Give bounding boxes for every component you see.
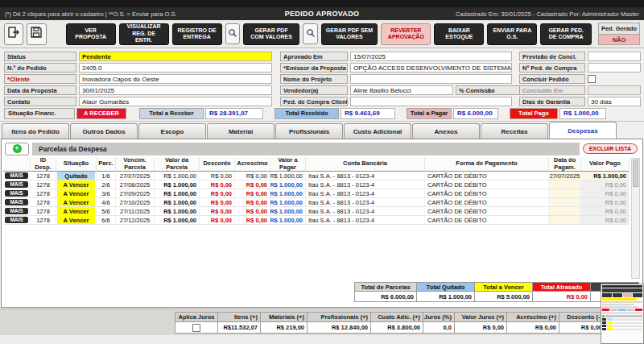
field-value[interactable]: [350, 97, 512, 106]
field-label: Ped. de Compra Cliente: [280, 97, 348, 106]
bottom-value-6[interactable]: R$ 0,00: [455, 322, 507, 334]
total-a-pagar-value[interactable]: R$ 6.000,00: [453, 108, 498, 119]
mais-button[interactable]: MAIS: [5, 172, 27, 180]
row-1-mais-cell: MAIS: [3, 180, 31, 189]
section-title: Parcelas da Despesa: [39, 145, 107, 153]
row-1-valor-pago: R$ 0,00: [581, 180, 630, 189]
tab-anexos[interactable]: Anexos: [412, 123, 480, 139]
form-row-middle-4: Ped. de Compra Cliente: [280, 97, 512, 106]
row-0-vencimento: 27/07/2025: [116, 172, 155, 180]
tab-escopo[interactable]: Escopo: [138, 123, 206, 139]
column-header: Data do Pagam.: [549, 157, 581, 172]
field-value[interactable]: [350, 74, 512, 84]
total-recebido-value[interactable]: R$ 9.463,69: [341, 108, 395, 119]
mais-button[interactable]: MAIS: [5, 208, 27, 215]
tab-receitas[interactable]: Receitas: [481, 123, 548, 139]
field-value[interactable]: 2405.0: [79, 63, 272, 73]
tab-itens-do-pedido[interactable]: Itens do Pedido: [2, 123, 69, 139]
row-4-data-pagamento[interactable]: [549, 207, 581, 216]
column-header: Parc.: [97, 157, 116, 172]
toolbar: VER PROPOSTA VISUALIZAR REG. DE ENTR. RE…: [0, 20, 644, 48]
row-4-conta-bancaria: Itaú S.A. - 8813 - 0123-4: [306, 207, 425, 216]
excluir-lista-button[interactable]: EXCLUIR LISTA: [583, 143, 638, 154]
registro-entrega-button[interactable]: REGISTRO DE ENTREGA: [172, 23, 222, 45]
add-parcela-button[interactable]: +: [5, 143, 29, 155]
form-row-middle-2: Nome do Projeto: [280, 74, 512, 84]
situacao-financ-label: Situação Financ.: [4, 108, 75, 119]
row-1-data-pagamento[interactable]: [549, 180, 581, 189]
bottom-value-1[interactable]: R$11.532,07: [218, 322, 261, 334]
form-row-left-3: Data da Proposta30/01/2025: [4, 85, 272, 95]
save-button[interactable]: [27, 23, 46, 45]
field-label: N.º do Pedido: [4, 63, 76, 73]
bottom-value-0: [175, 322, 218, 334]
bottom-value-5[interactable]: 0,0: [423, 322, 455, 334]
total-recebido-label: Total Recebido: [275, 108, 339, 119]
field-value[interactable]: [588, 63, 641, 73]
aplica-juros-checkbox[interactable]: [192, 324, 200, 332]
form-row-left-1: N.º do Pedido2405.0: [4, 63, 272, 73]
total-red-value: R$ 0,00: [533, 292, 591, 302]
field-value[interactable]: Aline Basilio Belucci: [350, 85, 453, 95]
row-2-data-pagamento[interactable]: [549, 189, 581, 198]
concluir-pedido-checkbox[interactable]: [588, 75, 596, 83]
preview-pdf-com-valores-button[interactable]: [225, 23, 240, 44]
hint-text: (*) Dê 2 cliques para abrir o cadastro |…: [5, 10, 177, 18]
exit-button[interactable]: [4, 23, 23, 45]
preview-pdf-sem-valores-button[interactable]: [303, 23, 317, 44]
field-value[interactable]: OPÇÃO ACCESS DESENVOLVIMENTO DE SISTEMAS: [350, 63, 512, 73]
total-a-receber-label: Total a Receber: [139, 108, 204, 119]
field-value[interactable]: [588, 52, 641, 61]
form-row-middle-1: *Emissor da PropostaOPÇÃO ACCESS DESENVO…: [280, 63, 512, 73]
field-value[interactable]: Alaor Gumarães: [79, 97, 272, 106]
bottom-header-profissionais-: Profissionais (+): [308, 312, 371, 322]
row-3-data-pagamento[interactable]: [549, 198, 581, 207]
field-value[interactable]: [588, 85, 641, 95]
column-header: Valor da Parcela: [155, 157, 200, 172]
gerar-ped-compra-button[interactable]: GERAR PED. DE COMPRA: [540, 23, 592, 45]
total-a-receber-value[interactable]: R$ 28.391,07: [205, 108, 263, 119]
field-value[interactable]: Pendente: [79, 52, 272, 61]
mais-button[interactable]: MAIS: [5, 217, 27, 224]
tab-custo-adicional[interactable]: Custo Adicional: [344, 123, 411, 139]
column-header: Situação: [56, 157, 97, 172]
field-value[interactable]: Inovadora Capos do Oeste: [79, 74, 272, 84]
tab-outros-dados[interactable]: Outros Dados: [70, 123, 138, 139]
row-0-data-pagamento[interactable]: 27/07/2025: [549, 172, 581, 180]
mais-button[interactable]: MAIS: [5, 190, 27, 197]
visualizar-reg-entr-button[interactable]: VISUALIZAR REG. DE ENTR.: [119, 23, 169, 45]
field-label: Nº Ped. de Compra: [519, 63, 585, 73]
row-4-valor-pagar: R$ 1.000,00: [270, 207, 306, 216]
bottom-value-7[interactable]: R$ 0,00: [507, 322, 559, 334]
row-5-mais-cell: MAIS: [3, 216, 31, 225]
row-3-conta-bancaria: Itaú S.A. - 8813 - 0123-4: [306, 198, 425, 207]
tab-materiai[interactable]: Materiai: [207, 123, 275, 139]
bottom-value-3[interactable]: R$ 12.840,00: [308, 322, 371, 334]
table-scrollbar[interactable]: [631, 158, 640, 279]
row-0-forma-pagamento: CARTÃO DE DÉBITO: [425, 172, 549, 180]
gerar-pdf-com-valores-button[interactable]: GERAR PDF COM VALORES: [243, 23, 300, 45]
bottom-value-2[interactable]: R$ 219,00: [261, 322, 308, 334]
bottom-value-8[interactable]: R$ 0,00: [559, 322, 605, 334]
reverter-aprovacao-button[interactable]: REVERTER APROVAÇÃO: [381, 23, 431, 45]
row-5-data-pagamento[interactable]: [549, 216, 581, 225]
ver-proposta-button[interactable]: VER PROPOSTA: [66, 23, 116, 45]
column-header: Conta Bancária: [306, 157, 425, 172]
field-value[interactable]: 15/07/2025: [350, 52, 512, 61]
enviar-para-os-button[interactable]: ENVIAR PARA O.S.: [487, 23, 537, 45]
tab-despesas[interactable]: Despesas: [549, 122, 617, 139]
row-4-vencimento: 27/11/2025: [116, 207, 155, 216]
mais-button[interactable]: MAIS: [5, 181, 27, 189]
field-label: Contato: [4, 97, 76, 106]
tab-profissionais[interactable]: Profissionais: [275, 123, 343, 139]
total-pago-value[interactable]: R$ 1.000,00: [559, 108, 606, 119]
field-value[interactable]: 30 dias: [588, 97, 641, 106]
mais-button[interactable]: MAIS: [5, 199, 27, 206]
bottom-value-4[interactable]: R$ 3.800,00: [371, 322, 423, 334]
form-row-right-2: Concluir Pedido: [519, 74, 641, 84]
baixar-estoque-button[interactable]: BAIXAR ESTOQUE: [434, 23, 484, 45]
parcelas-totals: Total de ParcelasTotal QuitadoTotal a Ve…: [354, 282, 639, 302]
gerar-pdf-sem-valores-button[interactable]: GERAR PDF SEM VALORES: [321, 23, 378, 45]
scrollbar-thumb[interactable]: [633, 160, 638, 187]
field-value[interactable]: 30/01/2025: [79, 85, 272, 95]
